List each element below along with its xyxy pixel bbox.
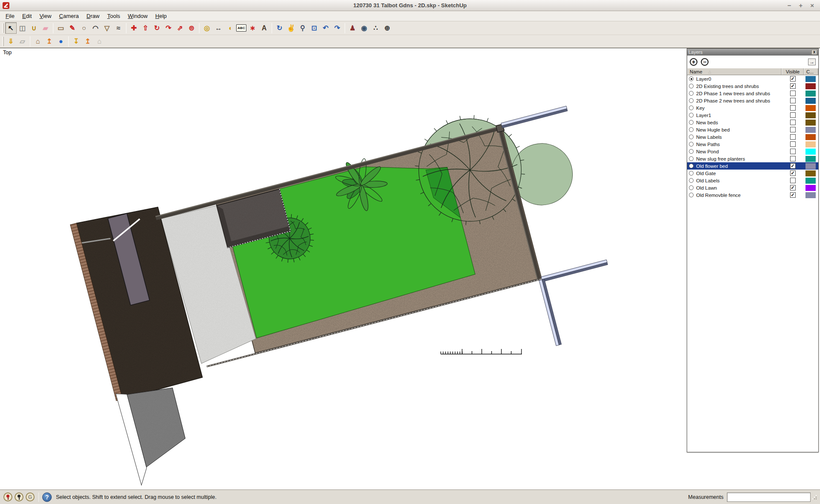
rectangle-tool[interactable]: ▭: [55, 22, 67, 34]
rotate-tool[interactable]: ↻: [151, 22, 163, 34]
layer-current-radio[interactable]: [689, 120, 694, 125]
previous-view-tool[interactable]: ↶: [320, 22, 331, 34]
get-models-button[interactable]: ↧: [70, 35, 82, 47]
column-header-name[interactable]: Name △: [687, 68, 782, 75]
layer-current-radio[interactable]: [689, 76, 694, 81]
layer-visible-checkbox[interactable]: [790, 98, 796, 103]
layer-color-swatch[interactable]: [805, 141, 816, 147]
dimension-tool[interactable]: ↔: [213, 22, 224, 34]
offset-tool[interactable]: ⊚: [186, 22, 197, 34]
layer-visible-checkbox[interactable]: [790, 91, 796, 96]
layer-color-swatch[interactable]: [805, 91, 816, 97]
layer-row[interactable]: New slug free planters: [687, 155, 818, 162]
axes-tool[interactable]: ∗: [247, 22, 258, 34]
layer-color-swatch[interactable]: [805, 163, 816, 169]
layer-current-radio[interactable]: [689, 193, 694, 197]
share-model-button[interactable]: ↥: [82, 35, 94, 47]
photo-textures-button[interactable]: ⌂: [32, 35, 44, 47]
look-around-tool[interactable]: ◉: [358, 22, 370, 34]
make-component-tool[interactable]: ◫: [17, 22, 28, 34]
layer-color-swatch[interactable]: [805, 105, 816, 111]
geolocation-marker-icon[interactable]: [15, 492, 23, 501]
layer-color-swatch[interactable]: [805, 185, 816, 191]
layers-detail-menu-icon[interactable]: →: [808, 59, 816, 65]
layer-color-swatch[interactable]: [805, 120, 816, 126]
layer-row[interactable]: Old flower bed✓: [687, 162, 818, 170]
layer-row[interactable]: New beds: [687, 119, 818, 126]
walk-tool[interactable]: ∴: [370, 22, 381, 34]
line-tool[interactable]: ✎: [67, 22, 78, 34]
toolbar-grip[interactable]: [2, 23, 4, 33]
layer-row[interactable]: Layer0✓: [687, 75, 818, 82]
remove-layer-button[interactable]: −: [701, 58, 709, 66]
column-header-color[interactable]: C...: [804, 68, 818, 75]
follow-me-tool[interactable]: ↷: [163, 22, 174, 34]
close-button[interactable]: ×: [810, 2, 814, 9]
google-earth-button[interactable]: ●: [55, 35, 67, 47]
layer-visible-checkbox[interactable]: ✓: [790, 83, 796, 89]
text-tool[interactable]: ABC: [236, 24, 246, 32]
layer-visible-checkbox[interactable]: [790, 120, 796, 125]
menu-help[interactable]: Help: [152, 12, 171, 20]
next-view-tool[interactable]: ↷: [331, 22, 343, 34]
layer-row[interactable]: Key: [687, 104, 818, 111]
layer-current-radio[interactable]: [689, 91, 694, 96]
layer-row[interactable]: 2D Existing trees and shrubs✓: [687, 82, 818, 90]
layer-current-radio[interactable]: [689, 98, 694, 103]
layer-row[interactable]: 2D Phase 1 new trees and shrubs: [687, 90, 818, 97]
protractor-tool[interactable]: ◖: [224, 22, 236, 34]
layer-current-radio[interactable]: [689, 105, 694, 110]
column-header-visible[interactable]: Visible: [782, 68, 804, 75]
layer-color-swatch[interactable]: [805, 76, 816, 82]
menu-window[interactable]: Window: [124, 12, 151, 20]
layer-color-swatch[interactable]: [805, 112, 816, 118]
layer-visible-checkbox[interactable]: [790, 149, 796, 154]
layer-visible-checkbox[interactable]: [790, 134, 796, 140]
add-location-button[interactable]: ⇓: [5, 35, 17, 47]
layer-visible-checkbox[interactable]: ✓: [790, 76, 796, 82]
layer-current-radio[interactable]: [689, 113, 694, 117]
move-tool[interactable]: ✚: [128, 22, 140, 34]
layer-color-swatch[interactable]: [805, 192, 816, 198]
eraser-tool[interactable]: ▰: [40, 22, 51, 34]
layer-visible-checkbox[interactable]: [790, 156, 796, 161]
layer-row[interactable]: Old Labels: [687, 177, 818, 184]
menu-tools[interactable]: Tools: [103, 12, 124, 20]
layers-panel-close-icon[interactable]: x: [811, 50, 817, 55]
layer-current-radio[interactable]: [689, 178, 694, 183]
layer-color-swatch[interactable]: [805, 178, 816, 184]
layer-color-swatch[interactable]: [805, 127, 816, 133]
paint-bucket-tool[interactable]: ∪: [28, 22, 40, 34]
layer-row[interactable]: Layer1: [687, 111, 818, 119]
layer-current-radio[interactable]: [689, 185, 694, 190]
layer-color-swatch[interactable]: [805, 134, 816, 140]
layer-row[interactable]: 2D Phase 2 new trees and shrubs: [687, 97, 818, 104]
share-component-button[interactable]: ⌂: [94, 35, 105, 47]
scale-tool[interactable]: ⇗: [174, 22, 186, 34]
menu-view[interactable]: View: [35, 12, 55, 20]
3d-text-tool[interactable]: A: [258, 22, 270, 34]
layer-current-radio[interactable]: [689, 164, 694, 168]
layer-current-radio[interactable]: [689, 127, 694, 132]
layer-row[interactable]: New Paths: [687, 141, 818, 148]
layer-color-swatch[interactable]: [805, 170, 816, 176]
layer-visible-checkbox[interactable]: ✓: [790, 192, 796, 198]
layer-current-radio[interactable]: [689, 156, 694, 161]
geolocation-pin-icon[interactable]: [3, 492, 12, 501]
layer-row[interactable]: New Labels: [687, 133, 818, 141]
compass-tool[interactable]: ⊕: [381, 22, 393, 34]
pan-tool[interactable]: ✌: [285, 22, 297, 34]
layer-row[interactable]: New Hugle bed: [687, 126, 818, 133]
layer-current-radio[interactable]: [689, 171, 694, 176]
polygon-tool[interactable]: ▽: [101, 22, 113, 34]
layer-visible-checkbox[interactable]: ✓: [790, 170, 796, 176]
arc-tool[interactable]: ◠: [90, 22, 101, 34]
layer-row[interactable]: Old Gate✓: [687, 170, 818, 177]
tape-measure-tool[interactable]: ◎: [201, 22, 213, 34]
google-credit-icon[interactable]: G: [26, 492, 35, 501]
menu-file[interactable]: File: [2, 12, 18, 20]
circle-tool[interactable]: ○: [78, 22, 90, 34]
zoom-tool[interactable]: ⚲: [297, 22, 308, 34]
toolbar-grip[interactable]: [2, 37, 4, 46]
layer-row[interactable]: Old Lawn✓: [687, 184, 818, 191]
